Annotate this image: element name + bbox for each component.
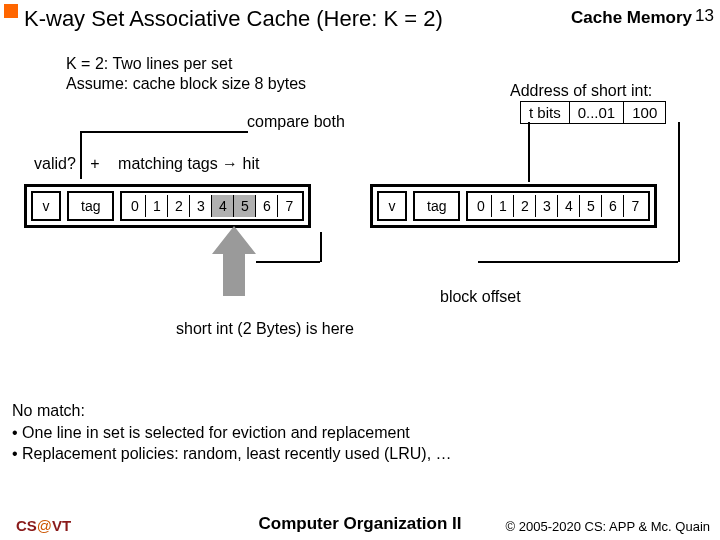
addr-offset: 100: [624, 102, 665, 123]
page-number: 13: [695, 6, 714, 26]
byte-2: 2: [168, 195, 190, 217]
byte-6: 6: [602, 195, 624, 217]
line-a-valid: v: [31, 191, 61, 221]
address-fields: t bits 0...01 100: [520, 101, 666, 124]
line-a-tag: tag: [67, 191, 114, 221]
assumptions: K = 2: Two lines per set Assume: cache b…: [66, 54, 306, 94]
no-match-text: No match: • One line in set is selected …: [12, 400, 452, 465]
addr-set: 0...01: [570, 102, 625, 123]
line-b-data: 0 1 2 3 4 5 6 7: [466, 191, 650, 221]
header-topic: Cache Memory: [571, 8, 692, 28]
byte-6: 6: [256, 195, 278, 217]
wire: [80, 131, 82, 179]
byte-1: 1: [146, 195, 168, 217]
valid-label: valid?: [34, 155, 76, 172]
wire: [80, 131, 248, 133]
byte-2: 2: [514, 195, 536, 217]
footer-right: © 2005-2020 CS: APP & Mc. Quain: [506, 519, 710, 534]
cache-line-a: v tag 0 1 2 3 4 5 6 7: [24, 184, 311, 228]
byte-4: 4: [558, 195, 580, 217]
byte-7: 7: [624, 195, 646, 217]
byte-3: 3: [190, 195, 212, 217]
byte-5: 5: [580, 195, 602, 217]
assume-line-1: K = 2: Two lines per set: [66, 54, 306, 74]
wire: [256, 261, 320, 263]
tag-cell: tag: [71, 195, 110, 217]
v-cell: v: [35, 195, 57, 217]
byte-7: 7: [278, 195, 300, 217]
addr-tbits: t bits: [521, 102, 570, 123]
wire: [478, 261, 678, 263]
byte-4: 4: [212, 195, 234, 217]
nomatch-b1: • One line in set is selected for evicti…: [12, 422, 452, 444]
address-label: Address of short int:: [510, 82, 652, 100]
up-arrow-icon: [212, 226, 256, 296]
byte-1: 1: [492, 195, 514, 217]
plus-label: +: [90, 155, 99, 173]
byte-3: 3: [536, 195, 558, 217]
line-a-outer: v tag 0 1 2 3 4 5 6 7: [24, 184, 311, 228]
short-int-label: short int (2 Bytes) is here: [176, 320, 354, 338]
nomatch-head: No match:: [12, 400, 452, 422]
byte-5: 5: [234, 195, 256, 217]
svg-marker-0: [212, 226, 256, 296]
slide: K-way Set Associative Cache (Here: K = 2…: [0, 0, 720, 540]
line-b-valid: v: [377, 191, 407, 221]
byte-0: 0: [470, 195, 492, 217]
wire: [528, 122, 530, 182]
slide-title: K-way Set Associative Cache (Here: K = 2…: [24, 6, 443, 32]
tag-cell: tag: [417, 195, 456, 217]
line-a-data: 0 1 2 3 4 5 6 7: [120, 191, 304, 221]
nomatch-b2: • Replacement policies: random, least re…: [12, 443, 452, 465]
matching-label: matching tags → hit: [118, 155, 259, 172]
byte-0: 0: [124, 195, 146, 217]
compare-label: compare both: [247, 113, 345, 131]
v-cell: v: [381, 195, 403, 217]
bullet-icon: [4, 4, 18, 18]
wire: [320, 232, 322, 262]
wire: [678, 122, 680, 262]
line-b-tag: tag: [413, 191, 460, 221]
assume-line-2: Assume: cache block size 8 bytes: [66, 74, 306, 94]
line-b-outer: v tag 0 1 2 3 4 5 6 7: [370, 184, 657, 228]
valid-plus-matching: valid? + matching tags → hit: [34, 155, 259, 173]
cache-line-b: v tag 0 1 2 3 4 5 6 7: [370, 184, 657, 228]
block-offset-label: block offset: [440, 288, 521, 306]
